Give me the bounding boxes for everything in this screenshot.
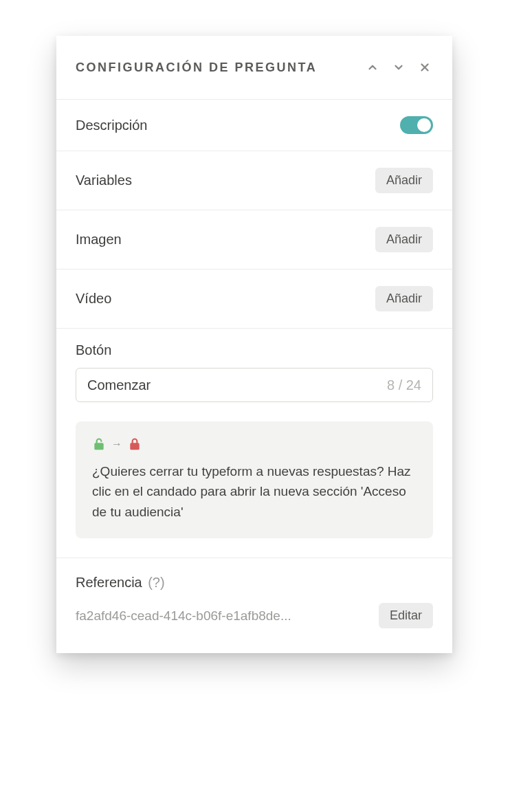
section-reference: Referencia (?) fa2afd46-cead-414c-b06f-e… [56, 558, 452, 653]
button-text-input[interactable]: Comenzar 8 / 24 [76, 368, 433, 402]
label-description: Descripción [76, 118, 147, 133]
close-icon [419, 61, 431, 74]
reference-value-row: fa2afd46-cead-414c-b06f-e1afb8de... Edit… [76, 603, 433, 628]
toggle-description[interactable] [400, 116, 433, 134]
callout-text: ¿Quieres cerrar tu typeform a nuevas res… [92, 461, 417, 522]
section-button-text: Botón Comenzar 8 / 24 [56, 329, 452, 421]
prev-question-button[interactable] [364, 59, 381, 76]
button-text-counter: 8 / 24 [387, 377, 421, 393]
edit-reference-button[interactable]: Editar [379, 603, 433, 628]
audience-access-callout: → ¿Quieres cerrar tu typeform a nuevas r… [76, 421, 433, 538]
button-text-value: Comenzar [87, 377, 387, 393]
reference-help-icon[interactable]: (?) [148, 575, 164, 590]
unlock-icon [92, 437, 106, 452]
svg-rect-2 [94, 443, 103, 450]
reference-label-row: Referencia (?) [76, 575, 433, 591]
chevron-down-icon [392, 61, 405, 74]
arrow-right-icon: → [111, 438, 122, 450]
add-image-button[interactable]: Añadir [375, 227, 433, 252]
toggle-knob [417, 118, 431, 132]
row-video: Vídeo Añadir [56, 270, 452, 329]
panel-title: CONFIGURACIÓN DE PREGUNTA [76, 60, 317, 75]
next-question-button[interactable] [390, 59, 407, 76]
lock-icon [128, 437, 142, 452]
close-panel-button[interactable] [417, 59, 433, 76]
label-button-text: Botón [76, 342, 433, 358]
question-settings-panel: CONFIGURACIÓN DE PREGUNTA Descripción [56, 36, 452, 653]
label-image: Imagen [76, 232, 122, 248]
label-video: Vídeo [76, 291, 111, 307]
label-reference: Referencia [76, 575, 142, 590]
panel-header: CONFIGURACIÓN DE PREGUNTA [56, 36, 452, 100]
chevron-up-icon [366, 61, 379, 74]
svg-rect-3 [130, 443, 139, 450]
header-actions [364, 59, 433, 76]
label-variables: Variables [76, 173, 132, 188]
row-variables: Variables Añadir [56, 151, 452, 210]
reference-value: fa2afd46-cead-414c-b06f-e1afb8de... [76, 608, 368, 624]
row-image: Imagen Añadir [56, 210, 452, 270]
row-description: Descripción [56, 100, 452, 151]
lock-transition-row[interactable]: → [92, 437, 417, 452]
add-video-button[interactable]: Añadir [375, 286, 433, 311]
add-variables-button[interactable]: Añadir [375, 168, 433, 193]
